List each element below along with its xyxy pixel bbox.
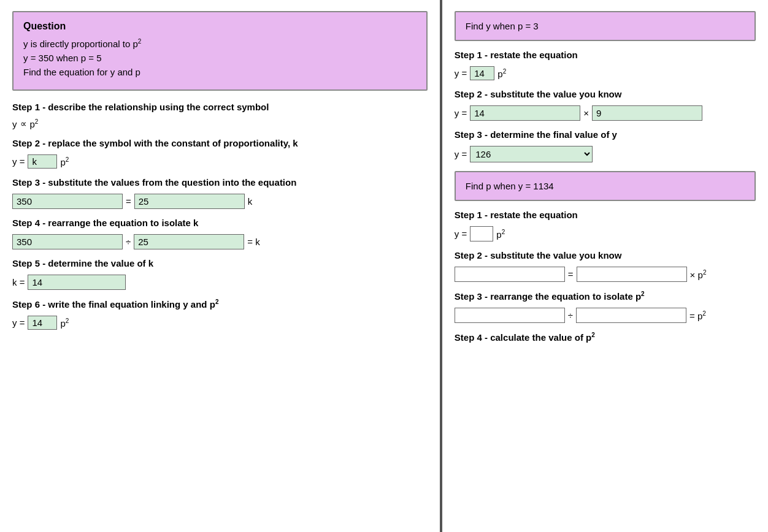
step4-val2[interactable] (134, 234, 244, 249)
step5-heading: Step 5 - determine the value of k (12, 258, 428, 268)
question-line1: y is directly proportional to p2 (23, 38, 417, 49)
r-step1-y-label: y = (455, 68, 467, 78)
r2-step1-p: p2 (496, 229, 505, 240)
step4-eq-k: = k (247, 237, 259, 247)
step2-p-label: p2 (60, 156, 69, 167)
r2-step3-math: ÷ = p2 (455, 308, 756, 323)
find-box2-text: Find p when y = 1134 (466, 181, 554, 191)
r2-step4-section: Step 4 - calculate the value of p2 (455, 332, 756, 343)
r-step3-math: y = 126 (455, 146, 756, 162)
step2-heading: Step 2 - replace the symbol with the con… (12, 138, 428, 148)
step5-section: Step 5 - determine the value of k k = (12, 258, 428, 290)
r-step2-times: × (583, 108, 589, 118)
step4-section: Step 4 - rearrange the equation to isola… (12, 218, 428, 249)
r-step2-y-label: y = (455, 108, 467, 118)
r-step2-section: Step 2 - substitute the value you know y… (455, 89, 756, 121)
r2-step1-heading: Step 1 - restate the equation (455, 210, 756, 220)
r-step2-heading: Step 2 - substitute the value you know (455, 89, 756, 99)
question-line2: y = 350 when p = 5 (23, 53, 417, 63)
r-step2-val2[interactable] (592, 105, 702, 121)
r2-step1-k[interactable] (470, 226, 493, 241)
r-step1-section: Step 1 - restate the equation y = p2 (455, 50, 756, 80)
step4-div: ÷ (126, 237, 131, 247)
r2-step2-math: = × p2 (455, 267, 756, 282)
step1-prop: ∝ (20, 118, 27, 129)
step6-math: y = p2 (12, 316, 428, 330)
r-step2-math: y = × (455, 105, 756, 121)
r2-step3-heading: Step 3 - rearrange the equation to isola… (455, 291, 756, 302)
right-panel: Find y when p = 3 Step 1 - restate the e… (442, 0, 768, 532)
r2-step4-heading: Step 4 - calculate the value of p2 (455, 332, 756, 343)
r2-step2-val2[interactable] (577, 267, 687, 282)
step6-k-value[interactable] (28, 316, 57, 330)
r-step1-k[interactable] (470, 66, 494, 80)
r2-step1-y-label: y = (455, 229, 467, 239)
r2-step3-section: Step 3 - rearrange the equation to isola… (455, 291, 756, 323)
question-title: Question (23, 21, 417, 32)
step3-section: Step 3 - substitute the values from the … (12, 177, 428, 209)
r-step2-val1[interactable] (470, 105, 580, 121)
step1-p: p2 (30, 118, 39, 129)
r2-step3-val1[interactable] (455, 308, 565, 323)
step1-section: Step 1 - describe the relationship using… (12, 102, 428, 129)
r2-step2-section: Step 2 - substitute the value you know =… (455, 250, 756, 282)
r-step3-y-label: y = (455, 149, 467, 159)
step4-val1[interactable] (12, 234, 123, 249)
r2-step3-result: = p2 (689, 310, 706, 321)
r2-step3-val2[interactable] (576, 308, 686, 323)
question-box: Question y is directly proportional to p… (12, 11, 428, 91)
r-step1-p: p2 (497, 68, 506, 79)
step2-y-label: y = (12, 156, 25, 167)
step2-k-input[interactable] (28, 154, 57, 169)
r2-step2-heading: Step 2 - substitute the value you know (455, 250, 756, 260)
step3-equals: = (126, 196, 131, 207)
step3-k: k (248, 196, 253, 207)
step1-math: y ∝ p2 (12, 118, 428, 129)
left-panel: Question y is directly proportional to p… (0, 0, 441, 532)
r-step3-section: Step 3 - determine the final value of y … (455, 129, 756, 162)
step3-val2[interactable] (134, 194, 245, 209)
step1-y: y (12, 119, 17, 129)
step5-math: k = (12, 275, 428, 290)
r2-step1-math: y = p2 (455, 226, 756, 241)
r-step1-math: y = p2 (455, 66, 756, 80)
step4-heading: Step 4 - rearrange the equation to isola… (12, 218, 428, 228)
r-step1-heading: Step 1 - restate the equation (455, 50, 756, 60)
r2-step2-equals: = (568, 269, 574, 279)
r2-step2-val1[interactable] (455, 267, 565, 282)
question-line3: Find the equation for y and p (23, 67, 417, 77)
step2-section: Step 2 - replace the symbol with the con… (12, 138, 428, 169)
step3-heading: Step 3 - substitute the values from the … (12, 177, 428, 188)
step5-k-label: k = (12, 277, 25, 287)
r2-step1-section: Step 1 - restate the equation y = p2 (455, 210, 756, 241)
find-box1-text: Find y when p = 3 (466, 21, 539, 31)
find-box-2: Find p when y = 1134 (455, 171, 756, 201)
step4-math: ÷ = k (12, 234, 428, 249)
r2-step3-div: ÷ (568, 310, 573, 321)
step6-p: p2 (60, 317, 69, 329)
step3-math: = k (12, 194, 428, 209)
step1-heading: Step 1 - describe the relationship using… (12, 102, 428, 112)
step6-section: Step 6 - write the final equation linkin… (12, 298, 428, 330)
step6-y-label: y = (12, 317, 25, 328)
find-box-1: Find y when p = 3 (455, 11, 756, 41)
r2-step2-times-p: × p2 (690, 269, 707, 280)
step2-math: y = p2 (12, 154, 428, 169)
r-step3-heading: Step 3 - determine the final value of y (455, 129, 756, 140)
step5-k-value[interactable] (28, 275, 126, 290)
r-step3-select[interactable]: 126 (470, 146, 593, 162)
step6-heading: Step 6 - write the final equation linkin… (12, 298, 428, 310)
step3-val1[interactable] (12, 194, 123, 209)
